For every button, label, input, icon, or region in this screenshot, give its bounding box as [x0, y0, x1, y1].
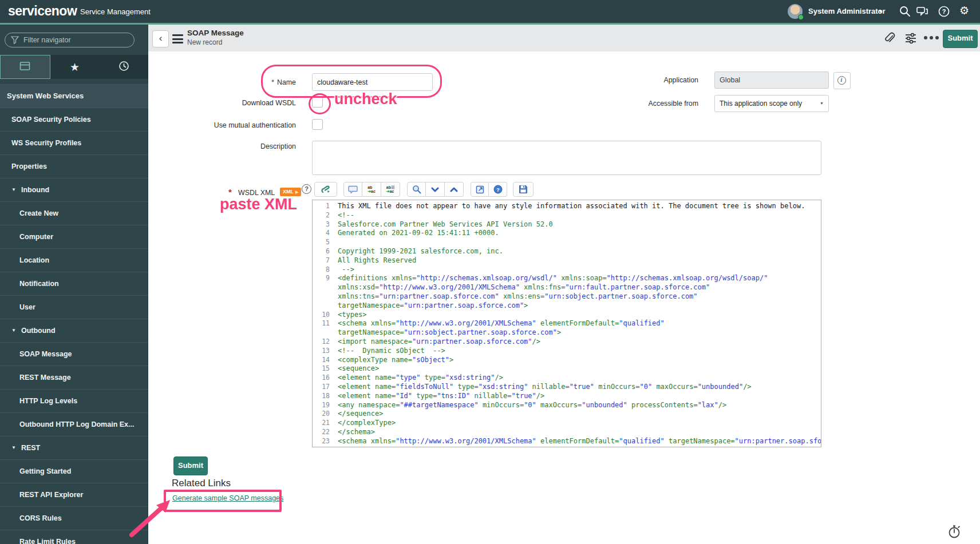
attachment-icon[interactable] — [883, 32, 896, 45]
stopwatch-icon[interactable] — [947, 524, 962, 541]
sidebar-item-outbound-http-log-domain-ex[interactable]: Outbound HTTP Log Domain Ex... — [0, 413, 148, 436]
submit-button-header[interactable]: Submit — [943, 30, 978, 48]
sidebar-item-user[interactable]: User — [0, 296, 148, 319]
submit-button-footer[interactable]: Submit — [173, 456, 208, 475]
sidebar-item-location[interactable]: Location — [0, 249, 148, 272]
more-options-icon[interactable] — [924, 36, 943, 39]
download-wsdl-checkbox[interactable] — [312, 97, 323, 108]
description-textarea[interactable] — [312, 141, 821, 175]
sidebar-item-system-web-services: System Web Services — [0, 85, 148, 108]
servicenow-logo: servicenow — [8, 3, 77, 19]
record-title: SOAP Message — [187, 29, 244, 37]
chat-icon[interactable] — [916, 5, 928, 18]
section-collapse-icon[interactable]: ▼ — [11, 328, 16, 333]
box-icon — [19, 61, 30, 73]
gear-icon[interactable]: ⚙ — [959, 4, 972, 17]
sidebar-item-computer[interactable]: Computer — [0, 225, 148, 249]
svg-text:?: ? — [942, 8, 946, 15]
sidebar-item-properties[interactable]: Properties — [0, 155, 148, 178]
product-name: Service Management — [80, 7, 151, 16]
replace-all-button[interactable]: ab☰➔ac — [381, 182, 400, 197]
accessible-from-label: Accessible from — [572, 100, 698, 108]
generate-sample-soap-messages-link[interactable]: Generate sample SOAP messages — [172, 494, 283, 502]
back-button[interactable]: ‹ — [152, 30, 169, 47]
sidebar-item-create-new[interactable]: Create New — [0, 202, 148, 225]
code-line: 12<import namespace="urn:partner.soap.sf… — [313, 337, 821, 347]
mutual-auth-checkbox[interactable] — [312, 119, 323, 130]
code-line: 2<!-- — [313, 211, 821, 220]
user-menu[interactable]: System Administrator — [808, 7, 886, 15]
sidebar-item-label: Location — [19, 256, 49, 264]
sidebar-item-label: Outbound — [21, 327, 56, 335]
code-line: 10<types> — [313, 311, 821, 320]
replace-button[interactable]: ab➔ac — [362, 182, 381, 197]
related-links-heading: Related Links — [172, 478, 231, 489]
line-number: 20 — [313, 410, 333, 419]
line-number: 9 — [313, 274, 333, 283]
name-input[interactable] — [312, 73, 433, 91]
sidebar-item-soap-security-policies[interactable]: SOAP Security Policies — [0, 108, 148, 132]
sidebar-item-label: SOAP Message — [19, 350, 72, 358]
format-code-button[interactable] — [314, 182, 337, 197]
sidebar-item-label: System Web Services — [7, 92, 84, 100]
help-icon[interactable]: ? — [938, 5, 950, 18]
tab-favorites[interactable]: ★ — [50, 55, 100, 79]
search-icon[interactable] — [899, 5, 911, 18]
help-blue-icon[interactable]: ? — [489, 182, 507, 197]
line-number: 14 — [313, 356, 333, 365]
sidebar-item-label: WS Security Profiles — [11, 139, 81, 147]
mutual-auth-label: Use mutual authentication — [160, 121, 296, 129]
search-button[interactable] — [407, 182, 426, 197]
sidebar-item-label: Create New — [19, 209, 58, 217]
sidebar-item-label: Notification — [19, 280, 59, 288]
personalize-form-icon[interactable] — [904, 33, 917, 45]
open-in-window-icon[interactable] — [471, 182, 489, 197]
star-icon: ★ — [70, 61, 80, 74]
find-next-icon[interactable] — [426, 182, 445, 197]
sidebar-item-rest-message[interactable]: REST Message — [0, 366, 148, 390]
chevron-down-icon: ▼ — [820, 96, 824, 112]
section-collapse-icon[interactable]: ▼ — [11, 187, 16, 192]
sidebar-item-label: REST — [21, 444, 40, 452]
tab-all-applications[interactable] — [0, 55, 50, 79]
sidebar-item-getting-started[interactable]: Getting Started — [0, 460, 148, 483]
line-number: 17 — [313, 383, 333, 392]
code-line: targetNamespace="urn:sobject.partner.soa… — [313, 328, 821, 337]
code-line: 22</schema> — [313, 428, 821, 437]
xml-type-badge: XML▶ — [280, 188, 301, 196]
tab-history[interactable] — [99, 55, 148, 79]
filter-navigator-input[interactable] — [5, 33, 135, 47]
sidebar-item-http-log-levels[interactable]: HTTP Log Levels — [0, 390, 148, 413]
accessible-from-select[interactable]: This application scope only ▼ — [714, 95, 829, 112]
play-icon: ▶ — [295, 190, 298, 194]
code-line: xmlns:tns="urn:partner.soap.sforce.com" … — [313, 292, 821, 301]
mandatory-icon: * — [271, 78, 274, 86]
wsdl-xml-editor[interactable]: 1This XML file does not appear to have a… — [312, 200, 821, 447]
application-info-button[interactable]: i — [833, 72, 851, 89]
sidebar-item-inbound[interactable]: ▼Inbound — [0, 178, 148, 202]
chevron-down-icon[interactable]: ▾ — [879, 8, 882, 14]
line-number: 18 — [313, 392, 333, 401]
line-number: 1 — [313, 202, 333, 211]
sidebar-item-ws-security-profiles[interactable]: WS Security Profiles — [0, 132, 148, 155]
code-line: targetNamespace="urn:partner.soap.sforce… — [313, 301, 821, 311]
sidebar-item-label: HTTP Log Levels — [19, 397, 77, 405]
code-line: 18<element name="Id" type="tns:ID" nilla… — [313, 392, 821, 401]
sidebar-item-rest[interactable]: ▼REST — [0, 436, 148, 460]
code-line: 9<definitions xmlns="http://schemas.xmls… — [313, 274, 821, 283]
code-line: 17<element name="fieldsToNull" type="xsd… — [313, 383, 821, 392]
editor-help-icon[interactable]: ? — [302, 184, 311, 194]
sidebar-item-label: Computer — [19, 233, 53, 241]
sidebar-item-soap-message[interactable]: SOAP Message — [0, 343, 148, 366]
save-icon[interactable] — [513, 182, 534, 197]
sidebar-item-outbound[interactable]: ▼Outbound — [0, 319, 148, 343]
section-collapse-icon[interactable]: ▼ — [11, 445, 16, 450]
find-previous-icon[interactable] — [445, 182, 464, 197]
toggle-comment-button[interactable] — [343, 182, 362, 197]
sidebar-item-notification[interactable]: Notification — [0, 272, 148, 296]
annotation-arrow — [123, 489, 177, 542]
sidebar-item-label: Inbound — [21, 186, 49, 194]
context-menu-icon[interactable] — [172, 34, 183, 46]
annotation-paste-xml-text: paste XML — [220, 196, 297, 213]
code-line: 5 — [313, 238, 821, 247]
